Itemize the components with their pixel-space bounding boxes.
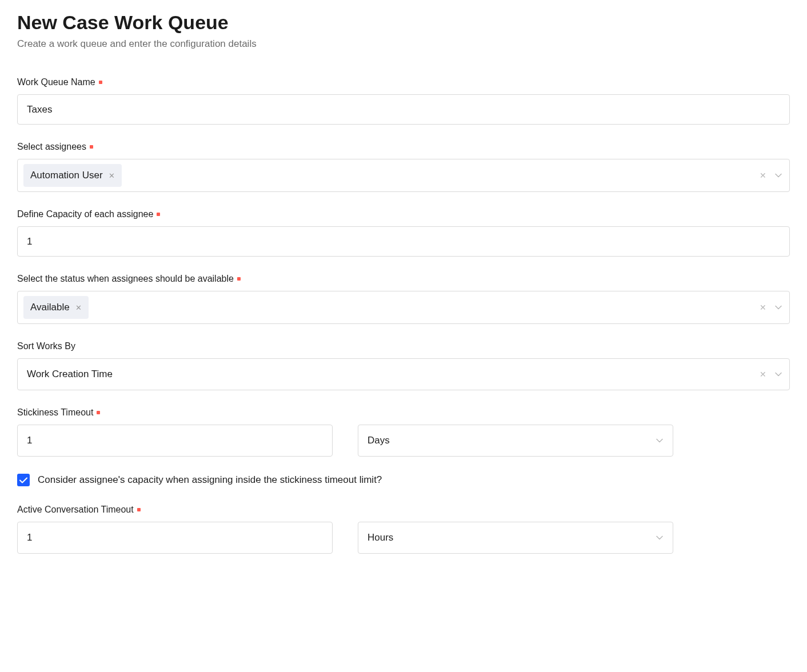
active-conversation-timeout-unit-select[interactable]: Hours: [358, 522, 673, 554]
required-indicator-icon: [97, 411, 100, 414]
consider-capacity-checkbox[interactable]: [17, 474, 30, 486]
select-assignees-multiselect[interactable]: Automation User ✕ ✕: [17, 159, 790, 192]
stickiness-timeout-unit-select[interactable]: Days: [358, 425, 673, 457]
assignee-chip-label: Automation User: [30, 170, 103, 181]
clear-icon[interactable]: ✕: [760, 171, 766, 179]
active-conversation-timeout-unit-value: Hours: [367, 532, 393, 543]
sort-works-by-select[interactable]: Work Creation Time ✕: [17, 358, 790, 390]
field-select-assignees: Select assignees Automation User ✕ ✕: [17, 142, 790, 192]
stickiness-timeout-input[interactable]: [17, 425, 333, 457]
sort-works-by-value: Work Creation Time: [27, 369, 113, 380]
capacity-input[interactable]: [17, 226, 790, 257]
field-capacity: Define Capacity of each assignee: [17, 209, 790, 257]
required-indicator-icon: [99, 81, 102, 84]
label-active-conversation-timeout: Active Conversation Timeout: [17, 505, 134, 515]
field-sort-works-by: Sort Works By Work Creation Time ✕: [17, 341, 790, 390]
chevron-down-icon[interactable]: [656, 534, 664, 542]
required-indicator-icon: [237, 277, 241, 281]
label-capacity: Define Capacity of each assignee: [17, 209, 153, 219]
stickiness-timeout-unit-value: Days: [367, 435, 390, 446]
active-conversation-timeout-input[interactable]: [17, 522, 333, 554]
close-icon[interactable]: ✕: [75, 304, 82, 311]
field-work-queue-name: Work Queue Name: [17, 77, 790, 125]
close-icon[interactable]: ✕: [109, 172, 115, 179]
work-queue-name-input[interactable]: [17, 94, 790, 125]
required-indicator-icon: [157, 213, 160, 216]
required-indicator-icon: [137, 508, 141, 511]
field-stickiness-timeout: Stickiness Timeout Days: [17, 407, 790, 457]
clear-icon[interactable]: ✕: [760, 303, 766, 311]
chevron-down-icon[interactable]: [774, 171, 782, 179]
field-status-available: Select the status when assignees should …: [17, 274, 790, 324]
status-chip-label: Available: [30, 302, 70, 313]
status-available-multiselect[interactable]: Available ✕ ✕: [17, 291, 790, 324]
chevron-down-icon[interactable]: [774, 370, 782, 378]
field-active-conversation-timeout: Active Conversation Timeout Hours: [17, 505, 790, 554]
page-subtitle: Create a work queue and enter the config…: [17, 38, 790, 50]
page-title: New Case Work Queue: [17, 11, 790, 34]
label-work-queue-name: Work Queue Name: [17, 77, 95, 87]
label-select-assignees: Select assignees: [17, 142, 86, 152]
label-sort-works-by: Sort Works By: [17, 341, 75, 351]
label-status-available: Select the status when assignees should …: [17, 274, 234, 284]
assignee-chip: Automation User ✕: [23, 164, 122, 187]
label-stickiness-timeout: Stickiness Timeout: [17, 407, 93, 418]
status-chip: Available ✕: [23, 296, 89, 319]
chevron-down-icon[interactable]: [774, 303, 782, 311]
chevron-down-icon[interactable]: [656, 437, 664, 445]
required-indicator-icon: [90, 145, 93, 149]
consider-capacity-row: Consider assignee's capacity when assign…: [17, 474, 790, 486]
clear-icon[interactable]: ✕: [760, 370, 766, 378]
consider-capacity-label: Consider assignee's capacity when assign…: [38, 474, 382, 486]
